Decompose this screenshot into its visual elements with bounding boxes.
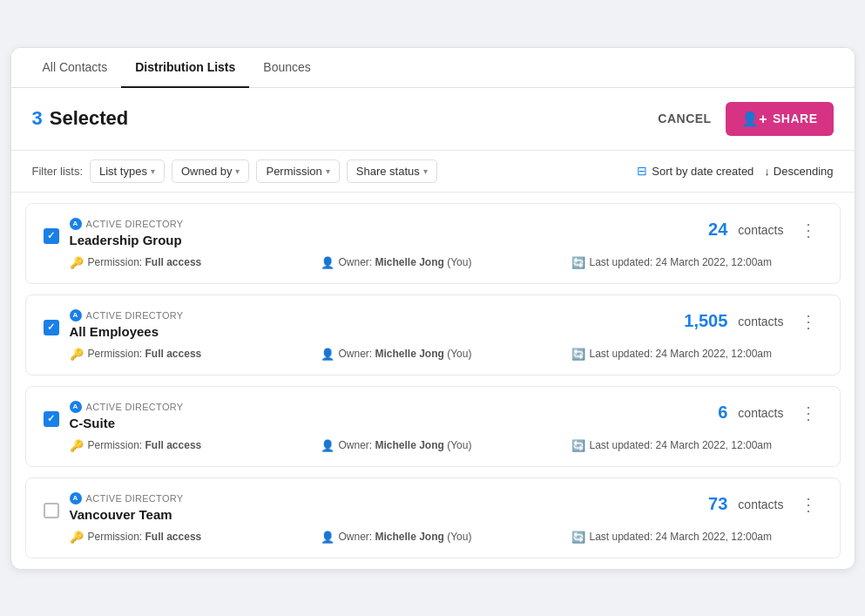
- contacts-label-4: contacts: [738, 498, 783, 511]
- list-item: A ACTIVE DIRECTORY Vancouver Team 73 con…: [25, 477, 841, 558]
- list-item-meta-2: 🔑 Permission: Full access 👤 Owner: Miche…: [44, 348, 822, 361]
- person-icon-3: 👤: [321, 439, 335, 452]
- key-icon-4: 🔑: [70, 531, 84, 544]
- arrow-down-icon: ↓: [764, 165, 770, 178]
- share-status-chevron: ▾: [423, 166, 428, 176]
- list-checkbox-4[interactable]: [44, 503, 59, 518]
- updated-text-1: Last updated: 24 March 2022, 12:00am: [590, 256, 772, 268]
- filter-left: Filter lists: List types ▾ Owned by ▾ Pe…: [32, 159, 441, 183]
- meta-updated-2: 🔄 Last updated: 24 March 2022, 12:00am: [571, 348, 822, 361]
- selection-count: 3 Selected: [32, 107, 129, 130]
- list-item-left: A ACTIVE DIRECTORY C-Suite: [44, 401, 184, 430]
- sort-label: Sort by date created: [652, 165, 753, 178]
- sort-dir-label: Descending: [774, 165, 834, 178]
- filter-list-types[interactable]: List types ▾: [90, 159, 165, 183]
- list-name-4: Vancouver Team: [70, 507, 184, 522]
- filter-share-status[interactable]: Share status ▾: [347, 159, 437, 183]
- more-menu-1[interactable]: ⋮: [794, 218, 822, 242]
- contacts-label-3: contacts: [738, 406, 783, 420]
- active-directory-icon: A: [70, 218, 82, 230]
- permission-text-4: Permission: Full access: [88, 531, 202, 543]
- list-item-top: A ACTIVE DIRECTORY Leadership Group 24 c…: [44, 218, 822, 247]
- active-directory-icon: A: [70, 401, 82, 413]
- owner-text-3: Owner: Michelle Jong (You): [339, 439, 472, 451]
- meta-permission-4: 🔑 Permission: Full access: [70, 531, 321, 544]
- updated-text-4: Last updated: 24 March 2022, 12:00am: [590, 531, 772, 543]
- meta-permission-1: 🔑 Permission: Full access: [70, 256, 321, 269]
- selection-header: 3 Selected CANCEL 👤+ SHARE: [11, 88, 855, 151]
- key-icon-1: 🔑: [70, 256, 84, 269]
- cancel-button[interactable]: CANCEL: [658, 112, 711, 125]
- share-status-label: Share status: [356, 165, 420, 178]
- tab-bounces[interactable]: Bounces: [249, 48, 324, 88]
- main-panel: All Contacts Distribution Lists Bounces …: [10, 47, 855, 570]
- header-actions: CANCEL 👤+ SHARE: [658, 102, 833, 136]
- filter-right: ⊟ Sort by date created ↓ Descending: [637, 164, 833, 178]
- sort-by-date[interactable]: ⊟ Sort by date created: [637, 164, 753, 178]
- key-icon-2: 🔑: [70, 348, 84, 361]
- list-types-chevron: ▾: [151, 166, 155, 176]
- updated-text-2: Last updated: 24 March 2022, 12:00am: [590, 348, 772, 360]
- share-button[interactable]: 👤+ SHARE: [726, 102, 834, 136]
- list-item-info: A ACTIVE DIRECTORY C-Suite: [70, 401, 184, 430]
- meta-updated-1: 🔄 Last updated: 24 March 2022, 12:00am: [571, 256, 822, 269]
- owner-text-4: Owner: Michelle Jong (You): [339, 531, 472, 543]
- more-menu-4[interactable]: ⋮: [794, 492, 822, 517]
- contacts-count-1: 24: [708, 220, 727, 240]
- sort-direction[interactable]: ↓ Descending: [764, 165, 833, 178]
- contacts-label-2: contacts: [738, 315, 783, 328]
- person-icon-4: 👤: [321, 531, 335, 544]
- selected-count-number: 3: [32, 107, 43, 130]
- contacts-count-4: 73: [708, 494, 727, 514]
- list-content: A ACTIVE DIRECTORY Leadership Group 24 c…: [11, 193, 855, 569]
- filter-bar: Filter lists: List types ▾ Owned by ▾ Pe…: [11, 151, 855, 193]
- filter-label: Filter lists:: [32, 165, 84, 178]
- contacts-count-2: 1,505: [684, 311, 727, 331]
- directory-badge: A ACTIVE DIRECTORY: [70, 401, 184, 413]
- tab-distribution-lists[interactable]: Distribution Lists: [121, 48, 249, 88]
- refresh-icon-4: 🔄: [571, 531, 585, 544]
- list-item-left: A ACTIVE DIRECTORY Vancouver Team: [44, 492, 184, 522]
- list-item: A ACTIVE DIRECTORY All Employees 1,505 c…: [25, 294, 841, 376]
- meta-permission-3: 🔑 Permission: Full access: [70, 439, 321, 452]
- share-icon: 👤+: [741, 111, 767, 127]
- directory-badge: A ACTIVE DIRECTORY: [70, 218, 184, 230]
- list-item-top: A ACTIVE DIRECTORY All Employees 1,505 c…: [44, 309, 822, 339]
- list-item-top: A ACTIVE DIRECTORY C-Suite 6 contacts ⋮: [44, 401, 822, 430]
- permission-text-1: Permission: Full access: [88, 256, 202, 268]
- owned-by-label: Owned by: [181, 165, 233, 178]
- directory-badge: A ACTIVE DIRECTORY: [70, 309, 184, 322]
- owner-text-2: Owner: Michelle Jong (You): [339, 348, 472, 360]
- updated-text-3: Last updated: 24 March 2022, 12:00am: [590, 439, 772, 451]
- sort-icon: ⊟: [637, 164, 647, 178]
- owned-by-chevron: ▾: [235, 166, 240, 176]
- list-name-3: C-Suite: [70, 416, 184, 430]
- permission-text-3: Permission: Full access: [88, 439, 202, 451]
- more-menu-3[interactable]: ⋮: [794, 401, 822, 425]
- list-item-top: A ACTIVE DIRECTORY Vancouver Team 73 con…: [44, 492, 822, 522]
- tabs-bar: All Contacts Distribution Lists Bounces: [11, 48, 855, 88]
- list-item-info: A ACTIVE DIRECTORY All Employees: [70, 309, 184, 339]
- list-checkbox-1[interactable]: [44, 228, 59, 244]
- list-item-left: A ACTIVE DIRECTORY Leadership Group: [44, 218, 184, 247]
- list-item-meta-3: 🔑 Permission: Full access 👤 Owner: Miche…: [44, 439, 822, 452]
- meta-permission-2: 🔑 Permission: Full access: [70, 348, 321, 361]
- key-icon-3: 🔑: [70, 439, 84, 452]
- tab-all-contacts[interactable]: All Contacts: [29, 48, 122, 88]
- filter-permission[interactable]: Permission ▾: [256, 159, 339, 183]
- list-item-right: 24 contacts ⋮: [708, 218, 821, 242]
- permission-chevron: ▾: [326, 166, 330, 176]
- directory-type-label: ACTIVE DIRECTORY: [86, 310, 184, 321]
- refresh-icon-3: 🔄: [571, 439, 585, 452]
- permission-text-2: Permission: Full access: [88, 348, 202, 360]
- directory-type-label: ACTIVE DIRECTORY: [86, 219, 184, 229]
- filter-owned-by[interactable]: Owned by ▾: [172, 159, 250, 183]
- list-item: A ACTIVE DIRECTORY C-Suite 6 contacts ⋮: [25, 386, 841, 467]
- directory-type-label: ACTIVE DIRECTORY: [86, 493, 184, 504]
- meta-owner-1: 👤 Owner: Michelle Jong (You): [321, 256, 571, 269]
- list-checkbox-2[interactable]: [44, 320, 59, 335]
- list-checkbox-3[interactable]: [44, 411, 59, 427]
- person-icon-1: 👤: [321, 256, 335, 269]
- more-menu-2[interactable]: ⋮: [794, 309, 822, 334]
- list-types-label: List types: [99, 165, 147, 178]
